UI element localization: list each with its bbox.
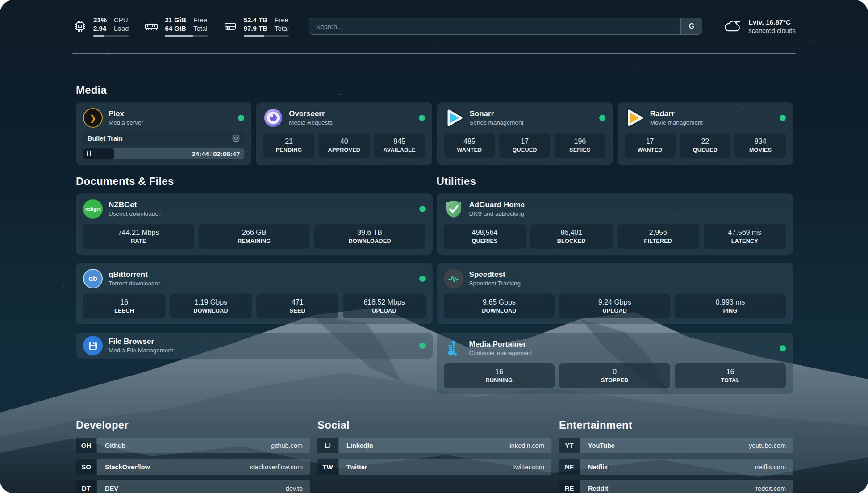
app-name: Overseerr [289,109,413,119]
portainer-icon [444,338,463,358]
stat-box-pending: 21 PENDING [263,133,314,158]
stat-box-queries: 498,564 QUERIES [444,224,526,249]
bookmark-github[interactable]: GH Github github.com [76,438,310,453]
status-online-dot [419,343,426,349]
status-online-dot [780,115,786,121]
cpu-stat: 31% 2.94 CPU Load [72,16,129,37]
radarr-icon [625,108,644,128]
app-card-nzbget[interactable]: nzbget NZBGet Usenet downloader 744.21 M… [76,193,433,255]
disk-progress-track [244,35,289,37]
stat-box-download: 9.65 Gbps DOWNLOAD [444,294,555,318]
bookmark-url: twitter.com [513,464,544,471]
app-card-plex[interactable]: ❯ Plex Media server Bullet Train [76,102,251,165]
stat-box-available: 945 AVAILABLE [374,133,425,158]
status-online-dot [419,115,425,121]
bookmark-dev-to[interactable]: DT DEV dev.to [76,480,310,493]
bookmark-reddit[interactable]: RE Reddit reddit.com [559,480,793,493]
cpu-label: CPU [114,16,129,24]
stat-box-blocked: 86,401 BLOCKED [530,224,613,249]
status-online-dot [599,115,605,121]
camera-icon [232,134,240,142]
cpu-load-label: Load [114,24,129,33]
bookmark-url: youtube.com [749,442,786,449]
dashboard-window: 31% 2.94 CPU Load [0,0,868,493]
stat-box-ping: 0.993 ms PING [675,294,786,318]
disk-total-value: 97.9 TB [244,24,267,33]
app-card-overseerr[interactable]: Overseerr Media Requests 21 PENDING 40 A… [256,102,432,165]
section-title-utilities: Utilities [437,175,793,188]
search-engine-button[interactable]: G [680,18,702,34]
section-title-media: Media [76,84,793,96]
stat-box-wanted: 17 WANTED [625,133,676,158]
memory-stat: 21 GiB 64 GiB Free Total [144,16,207,37]
bookmark-name: DEV [105,485,118,492]
section-entertainment: Entertainment YT YouTube youtube.com NF … [559,419,793,493]
section-title-developer: Developer [76,419,310,431]
top-bar: 31% 2.94 CPU Load [72,13,796,39]
status-online-dot [780,345,786,351]
disk-free-label: Free [275,16,289,24]
bookmark-name: Twitter [346,464,367,471]
app-card-speedtest[interactable]: Speedtest Speedtest Tracking 9.65 Gbps D… [437,263,793,324]
stat-box-upload: 618.52 Mbps UPLOAD [343,294,425,318]
app-card-qbittorrent[interactable]: qb qBittorrent Torrent downloader 16 LEE… [76,263,433,324]
app-name: qBittorrent [108,270,413,280]
bookmark-twitter[interactable]: TW Twitter twitter.com [317,459,551,475]
search-bar: G [309,18,703,35]
bookmark-stackoverflow[interactable]: SO StackOverflow stackoverflow.com [76,459,310,475]
speedtest-icon [444,269,463,288]
app-card-sonarr[interactable]: Sonarr Series management 485 WANTED 17 Q… [437,102,613,165]
search-input[interactable] [309,18,681,34]
section-title-documents: Documents & Files [76,175,433,188]
plex-icon: ❯ [83,108,103,128]
bookmark-abbr: TW [317,459,338,475]
memory-total-label: Total [193,24,208,33]
bookmark-abbr: NF [559,459,580,475]
section-documents-files: Documents & Files nzbget NZBGet Usenet d… [76,175,433,359]
playback-total: 02:06:47 [213,150,240,158]
memory-free-value: 21 GiB [165,16,186,24]
topbar-divider [72,53,796,54]
bookmark-url: netflix.com [755,464,786,471]
stat-box-approved: 40 APPROVED [319,133,370,158]
stat-box-total: 16 TOTAL [675,363,786,388]
bookmark-youtube[interactable]: YT YouTube youtube.com [559,438,793,453]
app-card-filebrowser[interactable]: File Browser Media File Management [76,333,433,359]
stat-box-downloaded: 39.6 TB DOWNLOADED [314,224,426,249]
qbittorrent-icon: qb [83,269,103,288]
app-name: Sonarr [470,109,593,119]
cpu-progress-fill [93,35,104,37]
bookmark-abbr: YT [559,438,580,453]
bookmark-url: dev.to [286,485,303,492]
stat-box-seed: 471 SEED [256,294,338,318]
disk-stat: 52.4 TB 97.9 TB Free Total [223,16,289,37]
sonarr-icon [444,108,464,128]
bookmark-url: stackoverflow.com [250,464,303,471]
bookmark-abbr: SO [76,459,96,475]
bookmark-abbr: GH [76,438,96,453]
stat-box-stopped: 0 STOPPED [559,363,670,388]
app-name: Media Portainer [469,339,774,349]
stat-box-queued: 22 QUEUED [680,133,731,158]
app-subtitle: Media File Management [108,347,413,355]
status-online-dot [238,115,244,121]
app-card-adguard[interactable]: AdGuard Home DNS and adblocking 498,564 … [437,193,793,255]
app-name: AdGuard Home [469,200,786,210]
app-card-radarr[interactable]: Radarr Movie management 17 WANTED 22 QUE… [618,102,793,165]
memory-progress-fill [165,35,193,37]
pause-icon [87,151,91,156]
bookmark-name: YouTube [588,442,615,449]
disk-progress-fill [244,35,264,37]
disk-icon [223,19,238,34]
stat-box-leech: 16 LEECH [83,294,165,318]
bookmark-netflix[interactable]: NF Netflix netflix.com [559,459,793,475]
app-card-portainer[interactable]: Media Portainer Container management 16 … [437,333,793,394]
stat-box-rate: 744.21 Mbps RATE [83,224,194,249]
bookmark-linkedin[interactable]: LI LinkedIn linkedin.com [317,438,551,453]
bookmark-name: Reddit [588,485,608,492]
app-name: Plex [108,109,232,119]
status-online-dot [419,206,426,212]
media-grid: ❯ Plex Media server Bullet Train [76,102,793,165]
stat-box-movies: 834 MOVIES [735,133,786,158]
playback-time: 24:44 / 02:06:47 [192,148,240,159]
